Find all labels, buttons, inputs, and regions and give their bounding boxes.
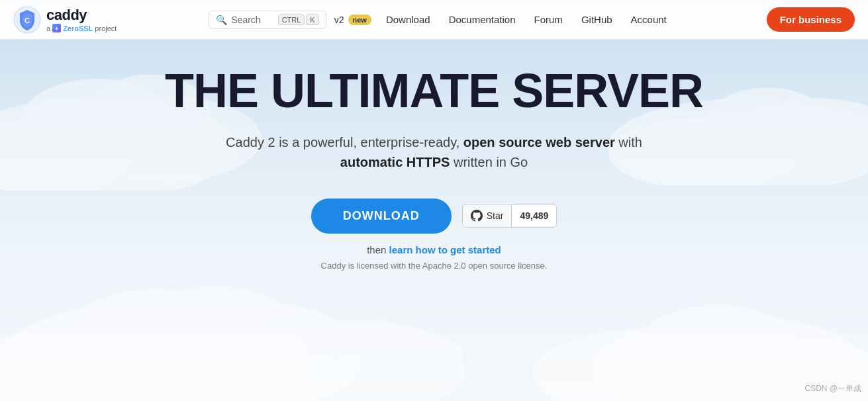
nav-download[interactable]: Download [378,10,438,29]
star-count[interactable]: 49,489 [512,205,556,226]
svg-point-18 [636,305,800,394]
logo-caddy-text: caddy [46,7,117,24]
hero-license: Caddy is licensed with the Apache 2.0 op… [321,261,548,271]
v2-label: v2 [334,15,344,25]
new-badge: new [348,15,371,25]
zerossl-text: ZeroSSL [63,24,93,32]
nav-documentation[interactable]: Documentation [441,10,524,29]
github-star-widget: Star 49,489 [462,204,557,228]
download-button[interactable]: DOWNLOAD [311,199,452,234]
logo-text: caddy a ZeroSSL project [46,7,117,32]
logo-sub-a: a [46,24,50,32]
v2-badge-wrap: v2 new [334,15,371,25]
navbar: C caddy a ZeroSSL project 🔍 Search CTRL … [0,0,868,40]
watermark: CSDN @一单成 [804,383,861,394]
kbd-ctrl: CTRL [278,15,305,25]
learn-link[interactable]: learn how to get started [389,244,501,255]
for-business-button[interactable]: For business [767,7,855,32]
github-icon [471,210,483,222]
nav-center: 🔍 Search CTRL K v2 new Download Document… [209,10,675,29]
search-icon: 🔍 [216,15,227,25]
hero-learn-prefix: then [367,244,386,255]
logo-subtitle: a ZeroSSL project [46,24,117,32]
star-button[interactable]: Star [463,204,512,227]
hero-section: THE ULTIMATE SERVER Caddy 2 is a powerfu… [0,40,868,284]
nav-forum[interactable]: Forum [526,10,571,29]
logo-project: project [95,24,117,32]
logo-link[interactable]: C caddy a ZeroSSL project [13,6,117,34]
svg-text:C: C [24,17,30,24]
star-label: Star [487,210,504,221]
hero-learn: then learn how to get started [367,244,501,255]
hero-actions: DOWNLOAD Star 49,489 [311,199,557,234]
nav-account[interactable]: Account [623,10,675,29]
hero-subtitle: Caddy 2 is a powerful, enterprise-ready,… [222,132,646,172]
hero-subtitle-bold2: automatic HTTPS [340,155,450,169]
zerossl-icon [52,24,61,32]
search-shortcut: CTRL K [278,15,319,25]
caddy-logo-icon: C [13,6,41,34]
search-label: Search [231,15,260,25]
hero-subtitle-bold1: open source web server [463,135,615,150]
nav-right: For business [767,7,855,32]
kbd-k: K [306,15,318,25]
hero-title: THE ULTIMATE SERVER [165,66,703,116]
nav-github[interactable]: GitHub [573,10,620,29]
search-box[interactable]: 🔍 Search CTRL K [209,11,326,29]
